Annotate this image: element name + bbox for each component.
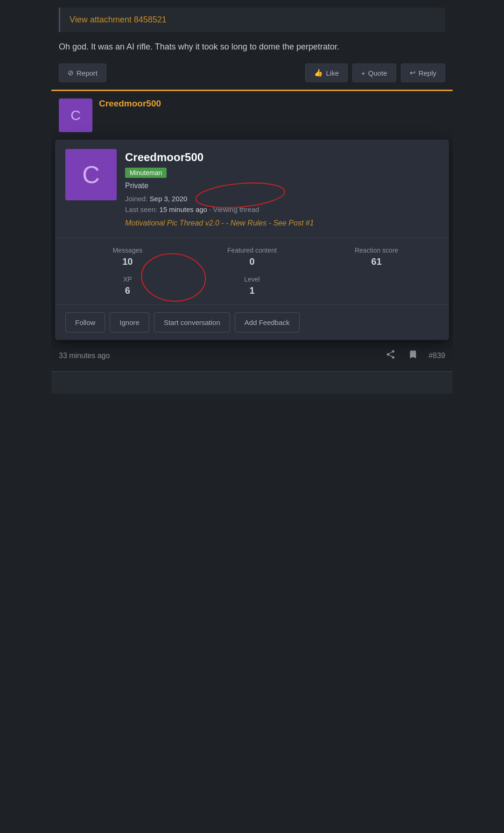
follow-button[interactable]: Follow bbox=[65, 312, 105, 332]
add-feedback-button[interactable]: Add Feedback bbox=[235, 312, 300, 332]
avatar-small[interactable]: C bbox=[59, 99, 92, 132]
user-info-small: Creedmoor500 bbox=[99, 99, 161, 109]
like-button[interactable]: 👍 Like bbox=[305, 64, 348, 82]
role-badge: Minuteman bbox=[125, 168, 167, 178]
last-seen-value: 15 minutes ago bbox=[159, 205, 207, 213]
popup-user-details: Creedmoor500 Minuteman Private Joined: S… bbox=[125, 149, 439, 228]
messages-value: 10 bbox=[65, 256, 190, 267]
featured-value: 0 bbox=[190, 256, 315, 267]
last-seen-row: Last seen: 15 minutes ago · Viewing thre… bbox=[125, 205, 439, 213]
rank-label: Private bbox=[125, 182, 439, 190]
stats-section: Messages 10 Featured content 0 Reaction … bbox=[55, 238, 449, 304]
bookmark-button[interactable] bbox=[406, 347, 420, 364]
popup-overlay: C Creedmoor500 Minuteman Private Joined:… bbox=[55, 140, 449, 340]
bookmark-icon bbox=[408, 349, 418, 360]
user-row: C Creedmoor500 bbox=[51, 90, 453, 140]
quote-button[interactable]: + Quote bbox=[352, 64, 396, 82]
attachment-box: View attachment 8458521 bbox=[59, 7, 445, 32]
popup-actions: Follow Ignore Start conversation Add Fee… bbox=[55, 304, 449, 340]
share-button[interactable] bbox=[384, 347, 398, 364]
report-icon: ⊘ bbox=[68, 69, 74, 77]
post-footer: 33 minutes ago #839 bbox=[51, 340, 453, 371]
stat-featured: Featured content 0 bbox=[190, 247, 315, 267]
reply-icon: ↩ bbox=[410, 69, 416, 77]
reaction-value: 61 bbox=[314, 256, 439, 267]
ignore-button[interactable]: Ignore bbox=[110, 312, 149, 332]
share-icon bbox=[385, 349, 396, 360]
thread-link[interactable]: Motivational Pic Thread v2.0 - - New Rul… bbox=[125, 219, 314, 227]
username-link-small[interactable]: Creedmoor500 bbox=[99, 99, 161, 109]
post-text: Oh god. It was an AI rifle. Thats why it… bbox=[59, 41, 445, 53]
quote-icon: + bbox=[361, 69, 365, 77]
attachment-link[interactable]: View attachment 8458521 bbox=[70, 15, 167, 24]
joined-row: Joined: Sep 3, 2020 bbox=[125, 195, 439, 203]
popup-username: Creedmoor500 bbox=[125, 151, 439, 164]
level-value: 1 bbox=[190, 285, 315, 296]
report-button[interactable]: ⊘ Report bbox=[59, 64, 106, 82]
reaction-label: Reaction score bbox=[314, 247, 439, 254]
stat-reaction: Reaction score 61 bbox=[314, 247, 439, 267]
top-section: View attachment 8458521 Oh god. It was a… bbox=[51, 0, 453, 90]
messages-label: Messages bbox=[65, 247, 190, 254]
action-buttons-bar: ⊘ Report 👍 Like + Quote ↩ Reply bbox=[59, 64, 445, 82]
like-icon: 👍 bbox=[314, 69, 323, 77]
popup-card: C Creedmoor500 Minuteman Private Joined:… bbox=[55, 140, 449, 340]
post-actions-right: #839 bbox=[384, 347, 445, 364]
xp-label: XP bbox=[65, 275, 190, 283]
stat-level: Level 1 bbox=[190, 275, 315, 296]
stat-messages: Messages 10 bbox=[65, 247, 190, 267]
stat-xp: XP 6 bbox=[65, 275, 190, 296]
popup-avatar[interactable]: C bbox=[65, 149, 117, 200]
joined-value: Sep 3, 2020 bbox=[150, 195, 188, 203]
reply-button[interactable]: ↩ Reply bbox=[401, 64, 445, 82]
xp-value: 6 bbox=[65, 285, 190, 296]
start-conversation-button[interactable]: Start conversation bbox=[154, 312, 230, 332]
level-label: Level bbox=[190, 275, 315, 283]
featured-label: Featured content bbox=[190, 247, 315, 254]
next-post-bar bbox=[51, 371, 453, 394]
popup-top: C Creedmoor500 Minuteman Private Joined:… bbox=[55, 140, 449, 238]
post-time: 33 minutes ago bbox=[59, 352, 110, 360]
post-number: #839 bbox=[428, 352, 445, 360]
